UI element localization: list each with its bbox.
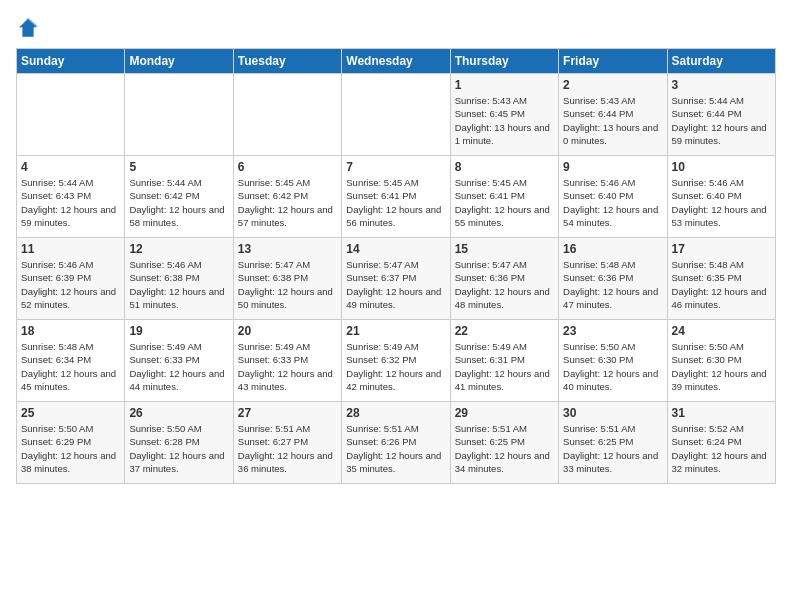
calendar-cell: 27Sunrise: 5:51 AM Sunset: 6:27 PM Dayli… — [233, 402, 341, 484]
calendar-cell: 19Sunrise: 5:49 AM Sunset: 6:33 PM Dayli… — [125, 320, 233, 402]
day-info: Sunrise: 5:49 AM Sunset: 6:33 PM Dayligh… — [129, 340, 228, 393]
day-number: 24 — [672, 324, 771, 338]
day-info: Sunrise: 5:48 AM Sunset: 6:36 PM Dayligh… — [563, 258, 662, 311]
page-header — [16, 16, 776, 40]
day-number: 30 — [563, 406, 662, 420]
day-info: Sunrise: 5:47 AM Sunset: 6:37 PM Dayligh… — [346, 258, 445, 311]
day-info: Sunrise: 5:51 AM Sunset: 6:25 PM Dayligh… — [455, 422, 554, 475]
calendar-cell: 16Sunrise: 5:48 AM Sunset: 6:36 PM Dayli… — [559, 238, 667, 320]
day-info: Sunrise: 5:46 AM Sunset: 6:40 PM Dayligh… — [672, 176, 771, 229]
day-number: 6 — [238, 160, 337, 174]
day-number: 28 — [346, 406, 445, 420]
day-info: Sunrise: 5:46 AM Sunset: 6:39 PM Dayligh… — [21, 258, 120, 311]
calendar-cell: 31Sunrise: 5:52 AM Sunset: 6:24 PM Dayli… — [667, 402, 775, 484]
calendar-cell: 30Sunrise: 5:51 AM Sunset: 6:25 PM Dayli… — [559, 402, 667, 484]
calendar-week-row: 18Sunrise: 5:48 AM Sunset: 6:34 PM Dayli… — [17, 320, 776, 402]
weekday-header-sunday: Sunday — [17, 49, 125, 74]
day-number: 2 — [563, 78, 662, 92]
day-info: Sunrise: 5:48 AM Sunset: 6:35 PM Dayligh… — [672, 258, 771, 311]
calendar-cell: 14Sunrise: 5:47 AM Sunset: 6:37 PM Dayli… — [342, 238, 450, 320]
day-number: 18 — [21, 324, 120, 338]
day-info: Sunrise: 5:49 AM Sunset: 6:33 PM Dayligh… — [238, 340, 337, 393]
day-info: Sunrise: 5:46 AM Sunset: 6:38 PM Dayligh… — [129, 258, 228, 311]
calendar-cell: 21Sunrise: 5:49 AM Sunset: 6:32 PM Dayli… — [342, 320, 450, 402]
weekday-header-row: SundayMondayTuesdayWednesdayThursdayFrid… — [17, 49, 776, 74]
day-info: Sunrise: 5:50 AM Sunset: 6:28 PM Dayligh… — [129, 422, 228, 475]
day-number: 1 — [455, 78, 554, 92]
day-info: Sunrise: 5:44 AM Sunset: 6:44 PM Dayligh… — [672, 94, 771, 147]
day-info: Sunrise: 5:45 AM Sunset: 6:42 PM Dayligh… — [238, 176, 337, 229]
day-number: 29 — [455, 406, 554, 420]
day-info: Sunrise: 5:51 AM Sunset: 6:25 PM Dayligh… — [563, 422, 662, 475]
logo-icon — [16, 16, 40, 40]
calendar-cell: 17Sunrise: 5:48 AM Sunset: 6:35 PM Dayli… — [667, 238, 775, 320]
calendar-cell: 2Sunrise: 5:43 AM Sunset: 6:44 PM Daylig… — [559, 74, 667, 156]
calendar-cell: 26Sunrise: 5:50 AM Sunset: 6:28 PM Dayli… — [125, 402, 233, 484]
day-number: 5 — [129, 160, 228, 174]
calendar-cell: 29Sunrise: 5:51 AM Sunset: 6:25 PM Dayli… — [450, 402, 558, 484]
day-number: 21 — [346, 324, 445, 338]
day-info: Sunrise: 5:48 AM Sunset: 6:34 PM Dayligh… — [21, 340, 120, 393]
day-info: Sunrise: 5:44 AM Sunset: 6:43 PM Dayligh… — [21, 176, 120, 229]
calendar-week-row: 1Sunrise: 5:43 AM Sunset: 6:45 PM Daylig… — [17, 74, 776, 156]
calendar-cell: 7Sunrise: 5:45 AM Sunset: 6:41 PM Daylig… — [342, 156, 450, 238]
calendar-cell: 28Sunrise: 5:51 AM Sunset: 6:26 PM Dayli… — [342, 402, 450, 484]
day-number: 11 — [21, 242, 120, 256]
day-info: Sunrise: 5:50 AM Sunset: 6:30 PM Dayligh… — [672, 340, 771, 393]
calendar-cell: 1Sunrise: 5:43 AM Sunset: 6:45 PM Daylig… — [450, 74, 558, 156]
day-number: 22 — [455, 324, 554, 338]
calendar-cell: 23Sunrise: 5:50 AM Sunset: 6:30 PM Dayli… — [559, 320, 667, 402]
weekday-header-thursday: Thursday — [450, 49, 558, 74]
day-info: Sunrise: 5:47 AM Sunset: 6:38 PM Dayligh… — [238, 258, 337, 311]
calendar-cell: 13Sunrise: 5:47 AM Sunset: 6:38 PM Dayli… — [233, 238, 341, 320]
day-number: 19 — [129, 324, 228, 338]
calendar-cell: 3Sunrise: 5:44 AM Sunset: 6:44 PM Daylig… — [667, 74, 775, 156]
day-number: 20 — [238, 324, 337, 338]
day-number: 9 — [563, 160, 662, 174]
calendar-cell: 24Sunrise: 5:50 AM Sunset: 6:30 PM Dayli… — [667, 320, 775, 402]
day-info: Sunrise: 5:52 AM Sunset: 6:24 PM Dayligh… — [672, 422, 771, 475]
weekday-header-monday: Monday — [125, 49, 233, 74]
day-info: Sunrise: 5:43 AM Sunset: 6:44 PM Dayligh… — [563, 94, 662, 147]
calendar-cell: 20Sunrise: 5:49 AM Sunset: 6:33 PM Dayli… — [233, 320, 341, 402]
weekday-header-tuesday: Tuesday — [233, 49, 341, 74]
day-number: 3 — [672, 78, 771, 92]
day-info: Sunrise: 5:47 AM Sunset: 6:36 PM Dayligh… — [455, 258, 554, 311]
calendar-cell: 6Sunrise: 5:45 AM Sunset: 6:42 PM Daylig… — [233, 156, 341, 238]
day-number: 16 — [563, 242, 662, 256]
day-number: 7 — [346, 160, 445, 174]
calendar-cell — [233, 74, 341, 156]
day-info: Sunrise: 5:50 AM Sunset: 6:30 PM Dayligh… — [563, 340, 662, 393]
day-info: Sunrise: 5:51 AM Sunset: 6:26 PM Dayligh… — [346, 422, 445, 475]
day-info: Sunrise: 5:49 AM Sunset: 6:32 PM Dayligh… — [346, 340, 445, 393]
day-info: Sunrise: 5:51 AM Sunset: 6:27 PM Dayligh… — [238, 422, 337, 475]
calendar-cell: 11Sunrise: 5:46 AM Sunset: 6:39 PM Dayli… — [17, 238, 125, 320]
day-info: Sunrise: 5:44 AM Sunset: 6:42 PM Dayligh… — [129, 176, 228, 229]
calendar-cell: 12Sunrise: 5:46 AM Sunset: 6:38 PM Dayli… — [125, 238, 233, 320]
weekday-header-friday: Friday — [559, 49, 667, 74]
calendar-table: SundayMondayTuesdayWednesdayThursdayFrid… — [16, 48, 776, 484]
calendar-cell: 4Sunrise: 5:44 AM Sunset: 6:43 PM Daylig… — [17, 156, 125, 238]
day-number: 13 — [238, 242, 337, 256]
day-number: 31 — [672, 406, 771, 420]
day-info: Sunrise: 5:49 AM Sunset: 6:31 PM Dayligh… — [455, 340, 554, 393]
day-number: 12 — [129, 242, 228, 256]
day-info: Sunrise: 5:50 AM Sunset: 6:29 PM Dayligh… — [21, 422, 120, 475]
calendar-cell — [342, 74, 450, 156]
day-info: Sunrise: 5:43 AM Sunset: 6:45 PM Dayligh… — [455, 94, 554, 147]
calendar-cell: 25Sunrise: 5:50 AM Sunset: 6:29 PM Dayli… — [17, 402, 125, 484]
day-number: 17 — [672, 242, 771, 256]
day-number: 8 — [455, 160, 554, 174]
calendar-cell: 10Sunrise: 5:46 AM Sunset: 6:40 PM Dayli… — [667, 156, 775, 238]
calendar-cell: 5Sunrise: 5:44 AM Sunset: 6:42 PM Daylig… — [125, 156, 233, 238]
calendar-cell: 8Sunrise: 5:45 AM Sunset: 6:41 PM Daylig… — [450, 156, 558, 238]
calendar-week-row: 25Sunrise: 5:50 AM Sunset: 6:29 PM Dayli… — [17, 402, 776, 484]
weekday-header-wednesday: Wednesday — [342, 49, 450, 74]
day-number: 27 — [238, 406, 337, 420]
weekday-header-saturday: Saturday — [667, 49, 775, 74]
calendar-cell: 22Sunrise: 5:49 AM Sunset: 6:31 PM Dayli… — [450, 320, 558, 402]
calendar-week-row: 4Sunrise: 5:44 AM Sunset: 6:43 PM Daylig… — [17, 156, 776, 238]
logo — [16, 16, 44, 40]
day-number: 26 — [129, 406, 228, 420]
day-info: Sunrise: 5:45 AM Sunset: 6:41 PM Dayligh… — [346, 176, 445, 229]
